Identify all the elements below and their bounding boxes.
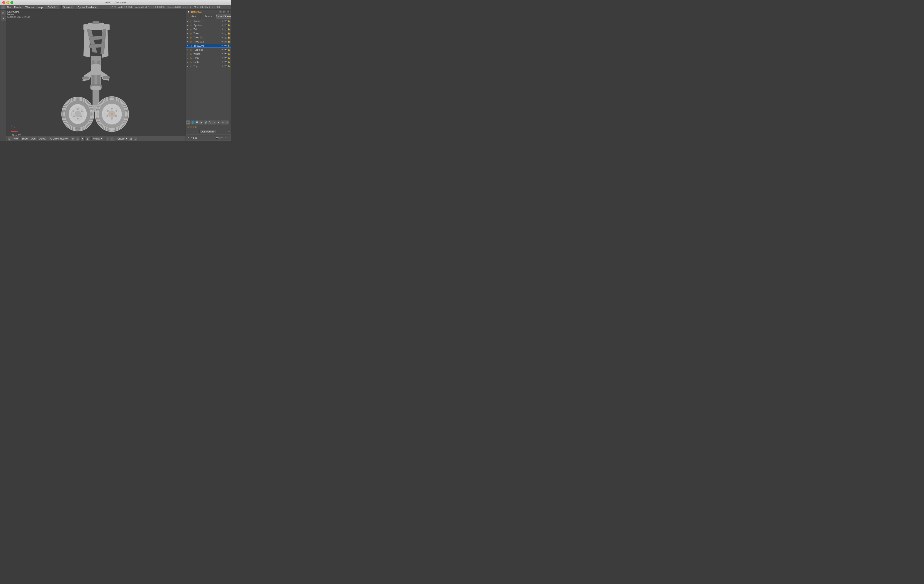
proportional-btn[interactable]: ◉ — [85, 137, 89, 141]
outliner-visibility-icon[interactable]: 🔒 — [228, 28, 230, 30]
outliner-visibility-icon[interactable]: 🔒 — [228, 61, 230, 63]
render-btn[interactable]: ◆ — [110, 137, 114, 141]
pivot-btn[interactable]: ◎ — [76, 137, 80, 141]
window-controls[interactable] — [2, 1, 13, 4]
outliner-visibility-icon[interactable]: 👁 — [221, 28, 224, 30]
workspace-dropdown[interactable]: Default ▾ — [46, 5, 59, 9]
prop-tab-constraint[interactable]: 🔗 — [203, 120, 208, 125]
modifier-expand-icon[interactable]: ▾ — [228, 131, 229, 133]
outliner-visibility-icon[interactable]: 📷 — [224, 36, 227, 39]
modifier-check[interactable]: ✔ — [190, 137, 192, 139]
object-btn[interactable]: Object — [38, 137, 47, 140]
close-button[interactable] — [2, 1, 5, 4]
menu-help[interactable]: Help — [36, 6, 44, 9]
extra-btn2[interactable]: ⊟ — [134, 137, 138, 141]
mod-icon-copy[interactable]: ⊕ — [225, 137, 227, 139]
prop-tab-world[interactable]: 🌍 — [195, 120, 199, 125]
view-btn[interactable]: View — [12, 137, 20, 140]
outliner-item-top[interactable]: ▶▷Top👁📷🔒 — [186, 64, 231, 68]
outliner-visibility-icon[interactable]: 📷 — [224, 61, 227, 63]
outliner-toggle[interactable]: ▶ — [187, 44, 190, 47]
add-btn[interactable]: Add — [30, 137, 37, 140]
outliner-visibility-icon[interactable]: 👁 — [221, 57, 224, 59]
prop-tab-render[interactable]: 📷 — [186, 120, 190, 125]
viewport-icon-btn[interactable]: ⊞ — [7, 137, 12, 141]
viewport[interactable]: User Ortho Meters SStatus: UNDEFINED — [7, 10, 185, 141]
outliner-item-wings[interactable]: ▶▷Wings👁📷🔒 — [186, 52, 231, 56]
outliner-visibility-icon[interactable]: 👁 — [221, 49, 224, 51]
tab-view[interactable]: View — [186, 14, 201, 19]
outliner-visibility-icon[interactable]: 📷 — [224, 24, 227, 26]
outliner-visibility-icon[interactable]: 📷 — [224, 28, 227, 30]
prop-tab-scene[interactable]: 🌐 — [191, 120, 195, 125]
outliner-visibility-icon[interactable]: 📷 — [224, 20, 227, 22]
outliner-visibility-icon[interactable]: 📷 — [224, 53, 227, 55]
prop-tab-particle[interactable]: ✦ — [225, 120, 229, 125]
outliner-visibility-icon[interactable]: 🔒 — [228, 49, 230, 51]
outliner-toggle[interactable]: ▶ — [186, 65, 190, 67]
scene-dropdown[interactable]: Scene ▾ — [61, 5, 74, 9]
outliner-visibility-icon[interactable]: 👁 — [221, 36, 224, 39]
normal-dropdown[interactable]: Normal ▾ — [91, 137, 103, 140]
outliner-toggle[interactable]: ▶ — [186, 61, 190, 63]
outliner-visibility-icon[interactable]: 📷 — [224, 57, 227, 59]
outliner-visibility-icon[interactable]: 🔒 — [228, 65, 230, 67]
tab-search[interactable]: Search — [201, 14, 216, 19]
left-strip-btn-1[interactable]: ⊞ — [1, 10, 6, 15]
maximize-button[interactable] — [10, 1, 13, 4]
panel-icon2[interactable]: ▷ — [223, 10, 226, 13]
outliner-visibility-icon[interactable]: 🔒 — [227, 44, 230, 47]
add-modifier-btn[interactable]: Add Modifier — [200, 130, 216, 133]
outliner-toggle[interactable]: ▶ — [186, 24, 190, 26]
mod-icon-camera[interactable]: 📷 — [216, 137, 218, 139]
panel-icon3[interactable]: ✕ — [226, 10, 229, 13]
outliner-item-tail[interactable]: ▶▷Tail👁📷🔒 — [186, 27, 231, 31]
outliner-visibility-icon[interactable]: 🔒 — [228, 24, 230, 26]
snap-btn[interactable]: ✦ — [81, 137, 84, 141]
outliner-visibility-icon[interactable]: 👁 — [221, 53, 224, 55]
outliner-visibility-icon[interactable]: 👁 — [221, 20, 224, 22]
outliner-visibility-icon[interactable]: 📷 — [224, 32, 227, 35]
outliner-item-spoilers[interactable]: ▶▷Spoilers👁📷🔒 — [186, 23, 231, 27]
menu-render[interactable]: Render — [13, 6, 24, 9]
outliner-toggle[interactable]: ▶ — [186, 40, 190, 43]
outliner-item-tires[interactable]: ▶▷Tires👁📷🔒 — [186, 31, 231, 35]
menu-file[interactable]: File — [5, 6, 12, 9]
outliner-visibility-icon[interactable]: 👁 — [221, 44, 223, 47]
outliner-toggle[interactable]: ▶ — [186, 36, 190, 39]
prop-tab-texture[interactable]: ⊞ — [221, 120, 225, 125]
outliner-toggle[interactable]: ▶ — [186, 32, 190, 35]
mod-icon-move[interactable]: ↕ — [223, 137, 224, 139]
overlay-btn[interactable]: ⧉ — [105, 137, 109, 141]
outliner-toggle[interactable]: ▶ — [186, 28, 190, 30]
extra-btn1[interactable]: ⊞ — [129, 137, 133, 141]
menu-window[interactable]: Window — [24, 6, 36, 9]
outliner-visibility-icon[interactable]: 🔒 — [228, 40, 230, 43]
outliner-visibility-icon[interactable]: 👁 — [221, 24, 224, 26]
outliner-item-rudder[interactable]: ▶▷Rudder👁📷🔒 — [186, 19, 231, 23]
outliner-toggle[interactable]: ▶ — [186, 57, 190, 59]
mod-icon-edit[interactable]: ✏ — [221, 137, 223, 139]
outliner-toggle[interactable]: ▶ — [186, 53, 190, 55]
outliner-item-tires-001[interactable]: ▶▷Tires.001👁📷🔒 — [186, 35, 231, 39]
info-icon-btn[interactable]: ℹ — [1, 5, 5, 9]
prop-tab-data[interactable]: △ — [212, 120, 216, 125]
outliner-visibility-icon[interactable]: 🔒 — [228, 36, 230, 39]
outliner-toggle[interactable]: ▶ — [186, 20, 190, 22]
outliner-visibility-icon[interactable]: 📷 — [224, 40, 227, 43]
outliner-visibility-icon[interactable]: 🔒 — [228, 53, 230, 55]
outliner-visibility-icon[interactable]: 📷 — [224, 49, 227, 51]
modifier-expand[interactable]: ▶ — [188, 137, 190, 139]
engine-dropdown[interactable]: Cycles Render ▾ — [76, 5, 98, 9]
left-strip-btn-2[interactable]: ✱ — [1, 16, 6, 21]
minimize-button[interactable] — [7, 1, 9, 4]
outliner-visibility-icon[interactable]: 🔒 — [228, 20, 230, 22]
select-btn[interactable]: Select — [20, 137, 30, 140]
mod-icon-render[interactable]: ◎ — [219, 137, 221, 139]
prop-tab-object[interactable]: ▣ — [199, 120, 203, 125]
outliner-item-tires-002[interactable]: ▶▷Tires.002👁📷🔒 — [186, 39, 231, 44]
outliner-visibility-icon[interactable]: 🔒 — [228, 32, 230, 35]
prop-tab-modifier[interactable]: 🔧 — [208, 120, 212, 125]
outliner-visibility-icon[interactable]: 👁 — [221, 32, 224, 35]
tab-current-scene[interactable]: Current Scene — [216, 14, 231, 19]
